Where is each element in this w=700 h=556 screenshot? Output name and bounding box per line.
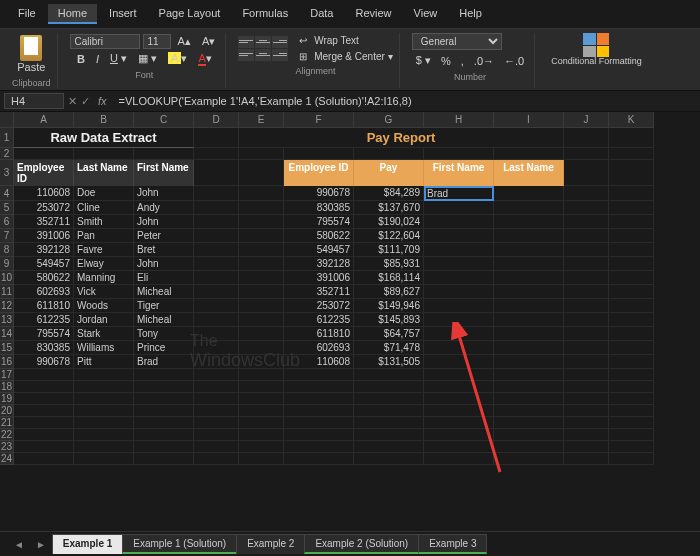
menu-file[interactable]: File	[8, 4, 46, 24]
cell[interactable]	[564, 369, 609, 381]
cell[interactable]	[194, 441, 239, 453]
cell[interactable]	[284, 405, 354, 417]
pay-firstname[interactable]	[424, 229, 494, 243]
cell[interactable]	[494, 369, 564, 381]
cell[interactable]	[494, 148, 564, 160]
cell[interactable]	[564, 327, 609, 341]
cell[interactable]	[194, 393, 239, 405]
col-header-I[interactable]: I	[494, 112, 564, 128]
cell[interactable]	[14, 381, 74, 393]
row-header[interactable]: 22	[0, 429, 14, 441]
cell[interactable]	[74, 453, 134, 465]
pay-firstname[interactable]	[424, 313, 494, 327]
cell[interactable]	[424, 441, 494, 453]
cell[interactable]	[609, 313, 654, 327]
pay-amount[interactable]: $89,627	[354, 285, 424, 299]
cell[interactable]	[609, 128, 654, 148]
cell[interactable]	[194, 215, 239, 229]
cell[interactable]	[609, 215, 654, 229]
pay-firstname[interactable]	[424, 215, 494, 229]
cell[interactable]	[609, 201, 654, 215]
pay-lastname[interactable]	[494, 271, 564, 285]
pay-lastname[interactable]	[494, 186, 564, 201]
row-header[interactable]: 19	[0, 393, 14, 405]
sheet-tab[interactable]: Example 1	[52, 534, 123, 554]
raw-firstname[interactable]: Peter	[134, 229, 194, 243]
cell[interactable]	[609, 393, 654, 405]
italic-button[interactable]: I	[92, 51, 103, 67]
cell[interactable]	[239, 271, 284, 285]
pay-lastname[interactable]	[494, 341, 564, 355]
col-header-B[interactable]: B	[74, 112, 134, 128]
cell[interactable]	[74, 381, 134, 393]
raw-firstname[interactable]: Prince	[134, 341, 194, 355]
cell[interactable]	[609, 381, 654, 393]
cell[interactable]	[564, 243, 609, 257]
pay-firstname[interactable]	[424, 355, 494, 369]
pay-amount[interactable]: $168,114	[354, 271, 424, 285]
fill-color-button[interactable]: A▾	[164, 50, 191, 67]
sheet-tab[interactable]: Example 3	[418, 534, 487, 554]
cell[interactable]	[74, 417, 134, 429]
cell[interactable]	[194, 355, 239, 369]
row-header[interactable]: 5	[0, 201, 14, 215]
pay-lastname[interactable]	[494, 257, 564, 271]
raw-lastname[interactable]: Jordan	[74, 313, 134, 327]
raw-empid[interactable]: 612235	[14, 313, 74, 327]
cell[interactable]	[239, 405, 284, 417]
row-header[interactable]: 14	[0, 327, 14, 341]
cell[interactable]	[609, 369, 654, 381]
cell[interactable]	[609, 299, 654, 313]
cell[interactable]	[14, 453, 74, 465]
tab-nav-next[interactable]: ►	[30, 539, 52, 550]
sheet-tab[interactable]: Example 2	[236, 534, 305, 554]
row-header[interactable]: 3	[0, 160, 14, 186]
raw-lastname[interactable]: Cline	[74, 201, 134, 215]
cell[interactable]	[284, 429, 354, 441]
number-format-select[interactable]: General	[412, 33, 502, 50]
cell[interactable]	[564, 405, 609, 417]
cell[interactable]	[239, 417, 284, 429]
cell[interactable]	[564, 148, 609, 160]
cell[interactable]	[194, 186, 239, 201]
merge-center-button[interactable]: ⊞Merge & Center ▾	[295, 49, 393, 63]
raw-firstname[interactable]: Micheal	[134, 285, 194, 299]
cell[interactable]	[609, 285, 654, 299]
cell[interactable]	[194, 148, 239, 160]
cell[interactable]	[194, 257, 239, 271]
pay-empid[interactable]: 990678	[284, 186, 354, 201]
cell[interactable]	[354, 369, 424, 381]
cell[interactable]	[194, 369, 239, 381]
comma-button[interactable]: ,	[457, 52, 468, 69]
cell[interactable]	[14, 417, 74, 429]
cell[interactable]	[354, 405, 424, 417]
cell[interactable]	[564, 285, 609, 299]
cell[interactable]	[194, 313, 239, 327]
cell[interactable]	[354, 417, 424, 429]
cell[interactable]	[14, 369, 74, 381]
pay-amount[interactable]: $190,024	[354, 215, 424, 229]
cell[interactable]	[284, 441, 354, 453]
raw-lastname[interactable]: Pitt	[74, 355, 134, 369]
cell[interactable]	[239, 215, 284, 229]
cell[interactable]	[284, 148, 354, 160]
percent-button[interactable]: %	[437, 52, 455, 69]
cell[interactable]	[239, 341, 284, 355]
pay-empid[interactable]: 391006	[284, 271, 354, 285]
cell[interactable]	[564, 453, 609, 465]
raw-empid[interactable]: 602693	[14, 285, 74, 299]
row-header[interactable]: 7	[0, 229, 14, 243]
cell[interactable]	[424, 453, 494, 465]
cell[interactable]	[14, 148, 74, 160]
pay-firstname[interactable]: Brad	[424, 186, 494, 201]
pay-amount[interactable]: $145,893	[354, 313, 424, 327]
raw-firstname[interactable]: Tony	[134, 327, 194, 341]
pay-empid[interactable]: 392128	[284, 257, 354, 271]
pay-empid[interactable]: 830385	[284, 201, 354, 215]
pay-empid[interactable]: 611810	[284, 327, 354, 341]
cell[interactable]	[239, 257, 284, 271]
cell[interactable]	[494, 441, 564, 453]
cell[interactable]	[609, 257, 654, 271]
cell[interactable]	[239, 369, 284, 381]
cell[interactable]	[239, 243, 284, 257]
